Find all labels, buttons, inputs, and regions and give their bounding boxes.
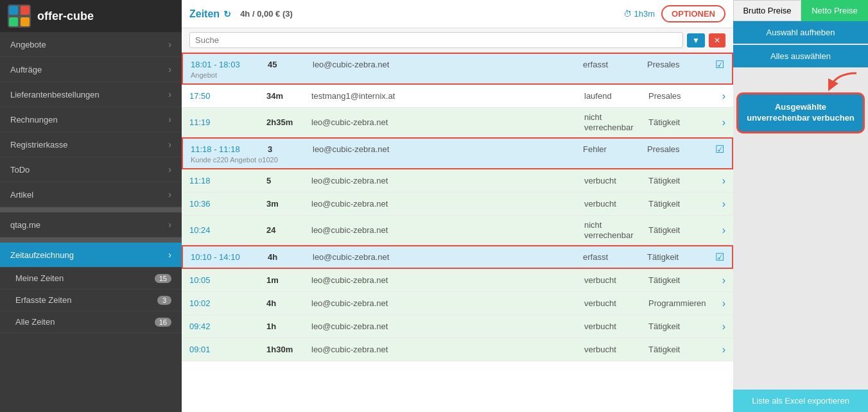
- clear-button[interactable]: ✕: [709, 33, 725, 47]
- row-email: testmang1@internix.at: [311, 91, 584, 101]
- sidebar-subitem-alle-zeiten[interactable]: Alle Zeiten 16: [0, 311, 182, 333]
- table-row[interactable]: 09:42 1h leo@cubic-zebra.net verbucht Tä…: [182, 315, 733, 338]
- row-time: 11:19: [189, 117, 266, 127]
- row-duration: 4h: [268, 252, 313, 262]
- sidebar-item-qtagme[interactable]: qtag.me ›: [0, 212, 182, 237]
- netto-preise-button[interactable]: Netto Preise: [801, 0, 868, 21]
- row-action[interactable]: ›: [706, 298, 725, 309]
- row-type: Presales: [648, 91, 706, 101]
- row-action[interactable]: ☑: [705, 251, 724, 263]
- table-row[interactable]: 17:50 34m testmang1@internix.at laufend …: [182, 85, 733, 108]
- row-status: verbucht: [584, 275, 648, 285]
- excel-export-button[interactable]: Liste als Excel exportieren: [733, 390, 868, 412]
- row-time: 10:10 - 14:10: [191, 252, 268, 262]
- row-duration: 1h: [266, 322, 311, 331]
- row-action[interactable]: ›: [706, 321, 725, 332]
- sidebar-divider2: [0, 237, 182, 243]
- row-action[interactable]: ›: [706, 117, 725, 128]
- sidebar-header: offer-cube: [0, 0, 182, 32]
- row-status: verbucht: [584, 199, 648, 209]
- svg-rect-3: [9, 17, 18, 26]
- row-action[interactable]: ☑: [705, 143, 724, 155]
- table-row[interactable]: 18:01 - 18:03 45 leo@cubic-zebra.net erf…: [182, 53, 733, 85]
- row-duration: 4h: [266, 298, 311, 308]
- erfasste-zeiten-badge: 3: [157, 296, 171, 305]
- table-row[interactable]: 11:18 - 11:18 3 leo@cubic-zebra.net Fehl…: [182, 137, 733, 169]
- check-icon: ☑: [715, 252, 724, 262]
- row-type: Tätigkeit: [648, 225, 706, 235]
- row-email: leo@cubic-zebra.net: [311, 199, 584, 209]
- alles-auswaehlen-button[interactable]: Alles auswählen: [733, 45, 868, 67]
- arrow-right-icon: ›: [722, 344, 725, 355]
- zeiten-title: Zeiten ↻ 4h / 0,00 € (3): [189, 8, 293, 20]
- sidebar-item-angebote[interactable]: Angebote ›: [0, 32, 182, 57]
- row-duration: 1h30m: [266, 345, 311, 354]
- table-row[interactable]: 11:18 5 leo@cubic-zebra.net verbucht Tät…: [182, 169, 733, 193]
- search-input[interactable]: [189, 32, 683, 48]
- sidebar-item-label: Registrierkasse: [10, 140, 68, 150]
- row-action[interactable]: ›: [706, 275, 725, 286]
- row-duration: 3m: [266, 199, 311, 209]
- sidebar-item-label: Artikel: [10, 190, 33, 200]
- row-action[interactable]: ›: [706, 344, 725, 356]
- optionen-button[interactable]: OPTIONEN: [661, 5, 725, 22]
- zeiten-label: Zeiten: [189, 8, 220, 20]
- sidebar: offer-cube Angebote › Aufträge › Liefera…: [0, 0, 182, 412]
- row-time: 18:01 - 18:03: [191, 60, 268, 69]
- sidebar-item-registrierkasse[interactable]: Registrierkasse ›: [0, 132, 182, 157]
- row-email: leo@cubic-zebra.net: [311, 176, 584, 185]
- chevron-right-icon: ›: [168, 189, 171, 200]
- row-action[interactable]: ☑: [705, 58, 724, 71]
- filter-button[interactable]: ▼: [687, 33, 705, 47]
- sidebar-subitem-meine-zeiten[interactable]: Meine Zeiten 15: [0, 268, 182, 289]
- main-content: Zeiten ↻ 4h / 0,00 € (3) ⏱ 1h3m OPTIONEN…: [182, 0, 733, 412]
- row-action[interactable]: ›: [706, 90, 725, 102]
- sidebar-item-label: ToDo: [10, 165, 30, 175]
- row-type: Tätigkeit: [648, 117, 706, 127]
- row-action[interactable]: ›: [706, 225, 725, 236]
- chevron-right-icon: ›: [168, 114, 171, 124]
- sidebar-item-zeitaufzeichnung[interactable]: Zeitaufzeichnung ›: [0, 243, 182, 268]
- refresh-icon[interactable]: ↻: [223, 9, 231, 19]
- row-time: 17:50: [189, 91, 266, 101]
- table-row[interactable]: 10:36 3m leo@cubic-zebra.net verbucht Tä…: [182, 193, 733, 216]
- row-email: leo@cubic-zebra.net: [313, 252, 583, 262]
- table-row[interactable]: 10:05 1m leo@cubic-zebra.net verbucht Tä…: [182, 269, 733, 292]
- row-action[interactable]: ›: [706, 175, 725, 187]
- row-status: verbucht: [584, 298, 648, 308]
- row-duration: 24: [266, 225, 311, 235]
- row-duration: 2h35m: [266, 117, 311, 127]
- sidebar-item-auftraege[interactable]: Aufträge ›: [0, 57, 182, 82]
- row-duration: 45: [268, 60, 313, 69]
- brutto-preise-button[interactable]: Brutto Preise: [733, 0, 801, 21]
- row-time: 09:01: [189, 345, 266, 354]
- table-row[interactable]: 10:24 24 leo@cubic-zebra.net nichtverrec…: [182, 216, 733, 245]
- table-row[interactable]: 10:10 - 14:10 4h leo@cubic-zebra.net erf…: [182, 245, 733, 269]
- row-email: leo@cubic-zebra.net: [313, 144, 583, 154]
- time-value: 1h3m: [634, 9, 655, 19]
- row-time: 10:05: [189, 275, 266, 285]
- zeiten-time: ⏱ 1h3m: [623, 9, 655, 19]
- table-row[interactable]: 10:02 4h leo@cubic-zebra.net verbucht Pr…: [182, 292, 733, 315]
- sidebar-item-lieferantenbestellungen[interactable]: Lieferantenbestellungen ›: [0, 82, 182, 107]
- table-row[interactable]: 09:01 1h30m leo@cubic-zebra.net verbucht…: [182, 338, 733, 361]
- table-row[interactable]: 11:19 2h35m leo@cubic-zebra.net nichtver…: [182, 108, 733, 137]
- row-type: Programmieren: [648, 298, 706, 308]
- row-sub: Kunde c220 Angebot o1020: [191, 156, 278, 164]
- chevron-right-icon: ›: [168, 164, 171, 175]
- row-email: leo@cubic-zebra.net: [311, 275, 584, 285]
- sidebar-item-artikel[interactable]: Artikel ›: [0, 182, 182, 207]
- chevron-right-icon: ›: [168, 64, 171, 74]
- sidebar-item-todo[interactable]: ToDo ›: [0, 157, 182, 182]
- row-time: 10:24: [189, 225, 266, 235]
- row-status: nichtverrechenbar: [584, 220, 648, 240]
- sidebar-item-rechnungen[interactable]: Rechnungen ›: [0, 107, 182, 132]
- chevron-right-icon: ›: [168, 219, 171, 230]
- auswahl-aufheben-button[interactable]: Auswahl aufheben: [733, 21, 868, 44]
- sidebar-subitem-erfasste-zeiten[interactable]: Erfasste Zeiten 3: [0, 289, 182, 311]
- row-action[interactable]: ›: [706, 198, 725, 210]
- row-type: Presales: [647, 60, 705, 69]
- row-type: Tätigkeit: [647, 252, 705, 262]
- ausgewaehlte-verbuchen-button[interactable]: Ausgewählte unverrechenbar verbuchen: [736, 92, 865, 133]
- sidebar-item-label: Aufträge: [10, 65, 42, 74]
